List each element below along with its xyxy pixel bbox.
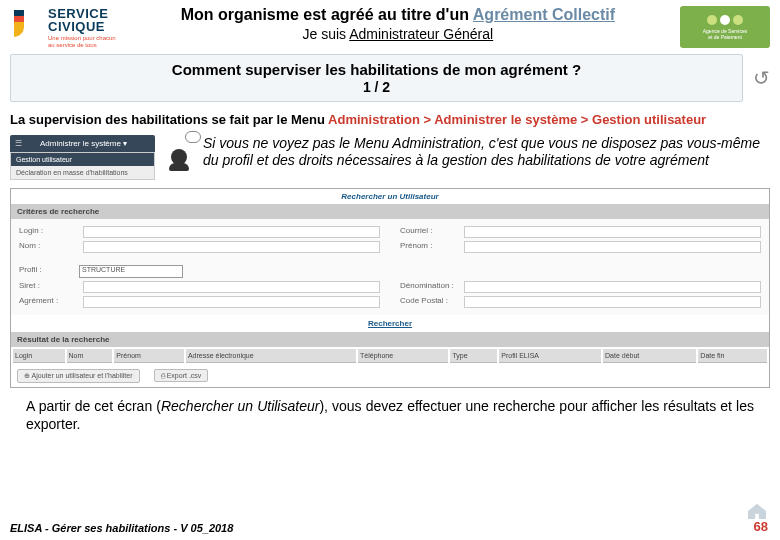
- col-prenom: Prénom: [114, 349, 184, 363]
- col-debut: Date début: [603, 349, 696, 363]
- tip-text: Si vous ne voyez pas le Menu Administrat…: [203, 135, 770, 169]
- logo-tag-1: Une mission pour chacun: [48, 35, 116, 41]
- ss-title: Rechercher un Utilisateur: [11, 189, 769, 204]
- app-screenshot: Rechercher un Utilisateur Critères de re…: [10, 188, 770, 388]
- lbl-cp: Code Postal :: [400, 296, 460, 308]
- ss-result-bar: Résultat de la recherche: [11, 332, 769, 347]
- lbl-agrement: Agrément :: [19, 296, 79, 308]
- title-block: Mon organisme est agréé au titre d'un Ag…: [116, 6, 680, 42]
- col-fin: Date fin: [698, 349, 767, 363]
- header: SERVICE CIVIQUE Une mission pour chacun …: [0, 0, 780, 48]
- supervision-line: La supervision des habilitations se fait…: [10, 112, 770, 127]
- col-email: Adresse électronique: [186, 349, 356, 363]
- logo-tag-2: au service de tous: [48, 42, 116, 48]
- profil-select: STRUCTURE: [79, 265, 183, 278]
- instr-pre: A partir de cet écran (: [26, 398, 161, 414]
- col-type: Type: [450, 349, 497, 363]
- question-page: 1 / 2: [19, 79, 734, 95]
- lbl-denom: Dénomination :: [400, 281, 460, 293]
- instruction-text: A partir de cet écran (Rechercher un Uti…: [26, 398, 754, 433]
- col-profil: Profil ELISA: [499, 349, 601, 363]
- col-nom: Nom: [67, 349, 113, 363]
- title-pre: Mon organisme est agréé au titre d'un: [181, 6, 473, 23]
- logo-text-2: CIVIQUE: [48, 19, 116, 34]
- question-text: Comment superviser les habilitations de …: [19, 61, 734, 78]
- asp-line2: et de Paiement: [703, 34, 747, 40]
- question-box: Comment superviser les habilitations de …: [10, 54, 743, 102]
- ss-btn-export: ⎙ Export .csv: [154, 369, 209, 382]
- ss-search-link: Rechercher: [368, 319, 412, 328]
- page-number: 68: [754, 519, 768, 534]
- footer-left: ELISA - Gérer ses habilitations - V 05_2…: [10, 522, 233, 534]
- lbl-profil: Profil :: [19, 265, 79, 278]
- ss-criteria-bar: Critères de recherche: [11, 204, 769, 219]
- col-login: Login: [13, 349, 65, 363]
- lbl-courriel: Courriel :: [400, 226, 460, 238]
- sc-mark-icon: [10, 6, 44, 40]
- supervision-pre: La supervision des habilitations se fait…: [10, 112, 328, 127]
- subtitle-underline: Administrateur Général: [349, 26, 493, 42]
- col-tel: Téléphone: [358, 349, 448, 363]
- menu-icon: ☰: [15, 139, 22, 148]
- footer: ELISA - Gérer ses habilitations - V 05_2…: [0, 519, 780, 536]
- menu-row-selected: Gestion utilisateur: [11, 153, 154, 166]
- ss-btn-add: ⊕ Ajouter un utilisateur et l'habiliter: [17, 369, 140, 383]
- title-highlight: Agrément Collectif: [473, 6, 615, 23]
- lbl-login: Login :: [19, 226, 79, 238]
- ss-result-table: Login Nom Prénom Adresse électronique Té…: [11, 347, 769, 365]
- lbl-prenom: Prénom :: [400, 241, 460, 253]
- refresh-icon[interactable]: ↺: [753, 66, 770, 90]
- instr-em: Rechercher un Utilisateur: [161, 398, 319, 414]
- subtitle-pre: Je suis: [303, 26, 350, 42]
- thinker-icon: [165, 135, 193, 165]
- menu-top-label: Administrer le système ▾: [40, 139, 127, 148]
- service-civique-logo: SERVICE CIVIQUE Une mission pour chacun …: [10, 6, 116, 48]
- asp-line1: Agence de Services: [703, 28, 747, 34]
- menu-screenshot-thumb: ☰ Administrer le système ▾ Gestion utili…: [10, 135, 155, 180]
- supervision-path: Administration > Administrer le système …: [328, 112, 706, 127]
- lbl-siret: Siret :: [19, 281, 79, 293]
- lbl-nom: Nom :: [19, 241, 79, 253]
- menu-row-2: Déclaration en masse d'habilitations: [11, 166, 154, 179]
- asp-logo: Agence de Services et de Paiement: [680, 6, 770, 48]
- home-icon[interactable]: [746, 502, 768, 520]
